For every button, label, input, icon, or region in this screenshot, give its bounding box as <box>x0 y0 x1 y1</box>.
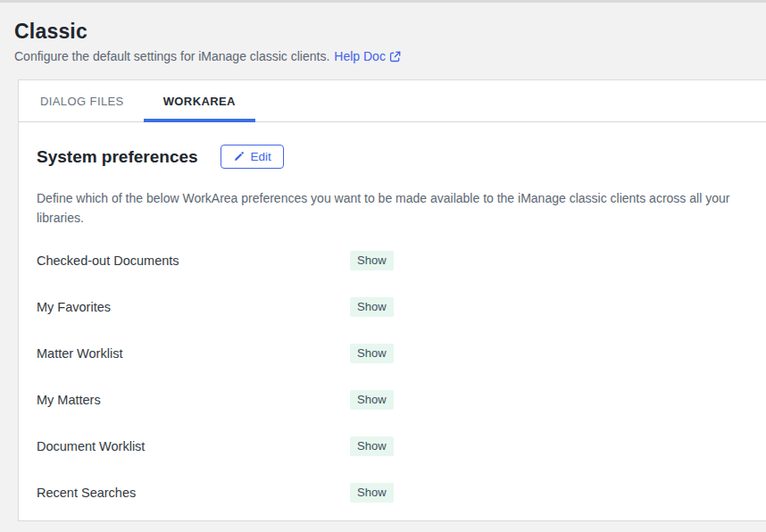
preference-row: My Matters Show <box>37 377 748 423</box>
tab-workarea-label: WORKAREA <box>163 95 236 108</box>
preference-status-badge: Show <box>350 297 394 317</box>
preference-status-badge: Show <box>350 344 394 363</box>
page-title: Classic <box>14 20 752 44</box>
page-subtitle: Configure the default settings for iMana… <box>14 49 752 63</box>
edit-button-label: Edit <box>251 150 271 163</box>
section-description: Define which of the below WorkArea prefe… <box>37 188 748 228</box>
tab-bar: DIALOG FILES WORKAREA <box>19 80 766 122</box>
page-header: Classic Configure the default settings f… <box>0 3 766 63</box>
preference-row: Matter Worklist Show <box>37 330 748 377</box>
tab-dialog-files-label: DIALOG FILES <box>40 95 124 108</box>
preference-label: My Matters <box>37 393 350 407</box>
preference-row: Document Worklist Show <box>37 423 748 470</box>
workarea-panel: System preferences Edit Define which of … <box>19 122 766 527</box>
section-heading-row: System preferences Edit <box>37 145 748 169</box>
preference-label: My Favorites <box>37 300 350 314</box>
page-subtitle-text: Configure the default settings for iMana… <box>14 49 329 63</box>
preference-status-badge: Show <box>350 483 394 503</box>
preference-status-badge: Show <box>350 390 394 410</box>
help-doc-link-label: Help Doc <box>334 49 386 63</box>
pencil-icon <box>233 151 245 162</box>
external-link-icon <box>389 51 401 62</box>
preference-list: Checked-out Documents Show My Favorites … <box>37 237 748 516</box>
preference-status-badge: Show <box>350 251 394 270</box>
preference-label: Matter Worklist <box>37 346 350 361</box>
preference-row: My Favorites Show <box>37 284 748 330</box>
tab-workarea[interactable]: WORKAREA <box>144 80 255 121</box>
settings-card: DIALOG FILES WORKAREA System preferences… <box>18 79 766 521</box>
preference-row: Recent Searches Show <box>37 470 748 516</box>
help-doc-link[interactable]: Help Doc <box>334 49 401 63</box>
preference-status-badge: Show <box>350 436 394 456</box>
preference-label: Checked-out Documents <box>37 254 350 268</box>
edit-button[interactable]: Edit <box>221 145 284 169</box>
preference-row: Checked-out Documents Show <box>37 237 748 284</box>
tab-dialog-files[interactable]: DIALOG FILES <box>21 80 144 121</box>
section-heading: System preferences <box>37 147 198 167</box>
preference-label: Document Worklist <box>37 439 350 453</box>
preference-label: Recent Searches <box>37 486 350 500</box>
